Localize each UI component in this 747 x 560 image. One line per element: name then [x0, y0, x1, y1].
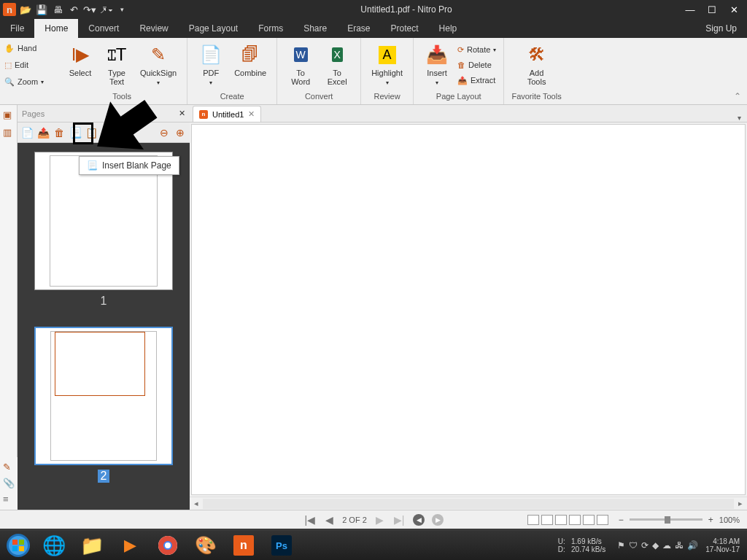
zoom-tool[interactable]: 🔍Zoom ▾ [4, 74, 53, 89]
signatures-icon[interactable]: ✎ [3, 462, 15, 473]
open-icon[interactable]: 📂 [19, 3, 32, 16]
nitro-logo-icon[interactable]: n [3, 3, 16, 16]
extract-page-icon[interactable]: 📤 [36, 126, 50, 139]
thumb-1-wrap[interactable]: 1 [26, 152, 181, 308]
horizontal-scrollbar[interactable]: ◂ ▸ [190, 497, 747, 510]
layers-icon[interactable]: ≡ [3, 494, 15, 505]
to-excel-button[interactable]: XTo Excel [321, 39, 353, 88]
clock-date: 17-Nov-17 [705, 545, 740, 553]
collapse-ribbon-icon[interactable]: ⌃ [734, 91, 741, 101]
taskbar-chrome-icon[interactable] [150, 532, 186, 559]
redo-icon[interactable]: ↷▾ [83, 3, 96, 16]
delete-page-icon[interactable]: 🗑 [53, 126, 66, 139]
doc-tab-icon: n [199, 110, 208, 119]
cursor-icon[interactable]: ⭷▾ [99, 3, 112, 16]
tray-sync-icon[interactable]: ⟳ [641, 540, 649, 551]
sign-up-link[interactable]: Sign Up [695, 23, 747, 34]
scroll-right-icon[interactable]: ▸ [734, 499, 747, 508]
taskbar-paint-icon[interactable]: 🎨 [187, 532, 224, 559]
tab-protect[interactable]: Protect [381, 19, 429, 38]
minimize-button[interactable]: — [684, 4, 696, 15]
view-fit-icon[interactable] [597, 515, 608, 525]
bookmarks-icon[interactable]: ▥ [3, 127, 15, 139]
tab-file[interactable]: File [0, 19, 34, 38]
insert-button[interactable]: 📥Insert▾ [421, 39, 453, 88]
ribbon-group-favorite: 🛠Add Tools Favorite Tools [504, 38, 568, 104]
save-icon[interactable]: 💾 [35, 3, 48, 16]
tab-home[interactable]: Home [34, 19, 78, 38]
insert-page-file-icon[interactable]: 📄 [20, 126, 34, 139]
type-text-button[interactable]: ꞮTType Text [101, 39, 133, 88]
tab-erase[interactable]: Erase [337, 19, 380, 38]
nav-fwd-icon[interactable]: ▶ [432, 514, 444, 526]
hand-tool[interactable]: ✋Hand [4, 41, 53, 55]
view-facing-icon[interactable] [555, 515, 567, 525]
view-facing-cont-icon[interactable] [569, 515, 581, 525]
zoom-slider[interactable] [630, 518, 703, 521]
first-page-icon[interactable]: |◀ [303, 514, 317, 526]
last-page-icon[interactable]: ▶| [392, 514, 406, 526]
zoom-in-icon[interactable]: + [708, 515, 713, 525]
tray-network-icon[interactable]: 🖧 [675, 540, 684, 551]
tab-forms[interactable]: Forms [248, 19, 293, 38]
svg-rect-6 [19, 546, 24, 551]
scroll-left-icon[interactable]: ◂ [190, 499, 203, 508]
delete-label: Delete [468, 61, 492, 69]
taskbar-ie-icon[interactable]: 🌐 [36, 532, 72, 559]
taskbar-photoshop-icon[interactable]: Ps [263, 532, 300, 559]
quicksign-button[interactable]: ✎QuickSign▾ [137, 39, 179, 88]
pages-panel-icon[interactable]: ▣ [3, 109, 15, 121]
view-full-icon[interactable] [583, 515, 595, 525]
zoom-out-icon[interactable]: − [619, 515, 624, 525]
svg-rect-5 [12, 546, 18, 551]
tray-shield-icon[interactable]: 🛡 [629, 540, 638, 551]
tray-volume-icon[interactable]: 🔊 [687, 540, 698, 551]
tray-flag-icon[interactable]: ⚑ [617, 540, 625, 551]
taskbar-nitro-icon[interactable]: n [225, 532, 262, 559]
edit-tool[interactable]: ⬚Edit [4, 58, 53, 72]
combine-button[interactable]: 🗐Combine [231, 39, 269, 88]
tab-page-layout[interactable]: Page Layout [179, 19, 248, 38]
doc-tab-untitled1[interactable]: n Untitled1 ✕ [193, 106, 261, 122]
taskbar-clock[interactable]: 4:18 AM 17-Nov-17 [705, 537, 740, 553]
add-tools-button[interactable]: 🛠Add Tools [521, 39, 553, 88]
prev-page-icon[interactable]: ◀ [324, 514, 335, 526]
page-thumb-2[interactable] [34, 327, 173, 465]
select-button[interactable]: I▶Select [64, 39, 96, 88]
next-page-icon[interactable]: ▶ [374, 514, 385, 526]
close-button[interactable]: ✕ [728, 4, 740, 15]
print-icon[interactable]: 🖶 [51, 3, 64, 16]
start-button[interactable] [1, 532, 35, 559]
view-single-icon[interactable] [527, 515, 539, 525]
taskbar-media-icon[interactable]: ▶ [112, 532, 148, 559]
rotate-button[interactable]: ⟳Rotate ▾ [457, 42, 496, 57]
to-word-button[interactable]: WTo Word [285, 39, 317, 88]
document-canvas[interactable] [191, 124, 746, 495]
close-tab-icon[interactable]: ✕ [248, 109, 255, 119]
pdf-button[interactable]: 📄PDF▾ [195, 39, 227, 88]
delete-button[interactable]: 🗑Delete [457, 58, 496, 72]
zoom-in-thumbs-icon[interactable]: ⊕ [174, 126, 187, 139]
qat-dropdown-icon[interactable]: ▾ [115, 3, 128, 16]
nav-back-icon[interactable]: ◀ [413, 514, 425, 526]
maximize-button[interactable]: ☐ [706, 4, 718, 15]
undo-icon[interactable]: ↶ [67, 3, 80, 16]
highlight-button[interactable]: AHighlight▾ [368, 39, 406, 88]
scroll-track[interactable] [203, 499, 734, 509]
close-panel-icon[interactable]: ✕ [179, 109, 185, 118]
attachments-icon[interactable]: 📎 [3, 478, 15, 489]
tab-help[interactable]: Help [429, 19, 468, 38]
tray-cloud-icon[interactable]: ☁ [662, 540, 671, 551]
view-continuous-icon[interactable] [541, 515, 553, 525]
extract-button[interactable]: 📤Extract [457, 73, 496, 88]
thumb-2-wrap[interactable]: 2 [26, 327, 181, 483]
tab-share[interactable]: Share [293, 19, 337, 38]
svg-rect-4 [19, 540, 24, 545]
page-indicator: 2 OF 2 [342, 516, 367, 524]
tab-overflow-icon[interactable]: ▾ [732, 114, 747, 122]
tab-convert[interactable]: Convert [78, 19, 129, 38]
tray-app-icon[interactable]: ◆ [652, 540, 659, 551]
pdf-label: PDF▾ [203, 69, 219, 87]
tab-review[interactable]: Review [129, 19, 178, 38]
taskbar-explorer-icon[interactable]: 📁 [74, 532, 110, 559]
